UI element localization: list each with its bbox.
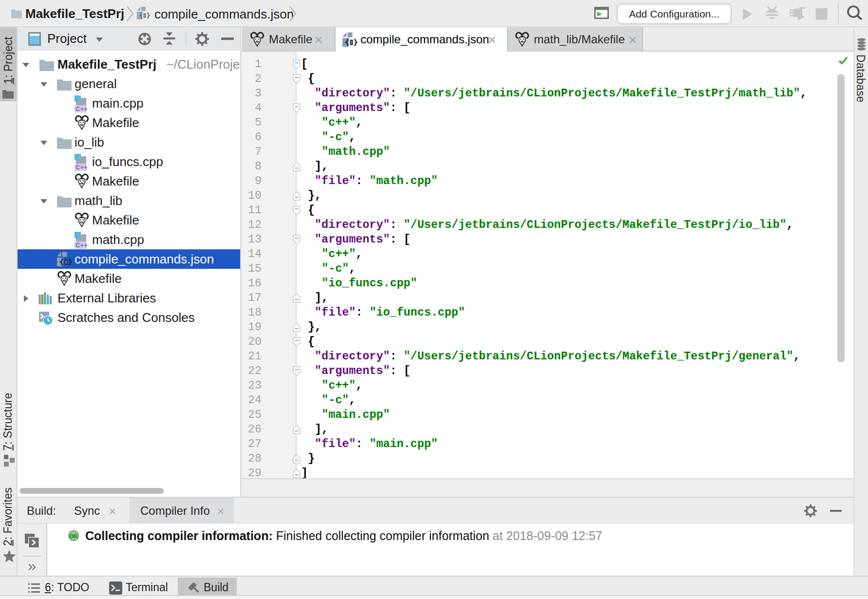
svg-text:OK: OK (69, 533, 78, 539)
